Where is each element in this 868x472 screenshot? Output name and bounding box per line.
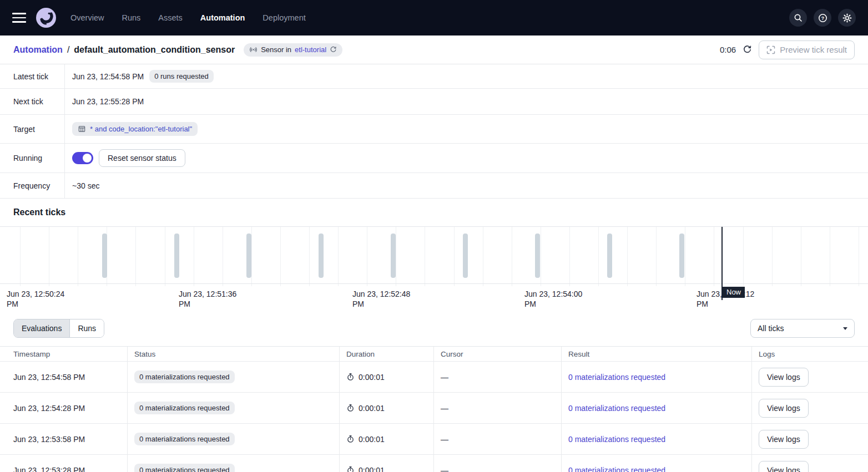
preview-tick-result-label: Preview tick result [780, 45, 847, 54]
timeline-gridline [78, 227, 78, 286]
view-logs-button[interactable]: View logs [759, 430, 809, 449]
table-row: Jun 23, 12:53:58 PM 0 materializations r… [0, 424, 868, 455]
tick-bar[interactable] [246, 234, 251, 278]
timeline-gridline [165, 227, 165, 286]
cell-cursor: — [434, 393, 562, 423]
timeline-gridline [714, 227, 714, 286]
nav-actions: ? [789, 9, 856, 27]
tick-bar[interactable] [174, 234, 179, 278]
search-icon[interactable] [789, 9, 807, 27]
cell-duration: 0:00:01 [359, 404, 385, 413]
toggle-knob [83, 154, 92, 163]
breadcrumb-automation-link[interactable]: Automation [13, 45, 63, 55]
status-badge: 0 materializations requested [134, 433, 235, 445]
cell-timestamp: Jun 23, 12:54:58 PM [0, 362, 128, 392]
refresh-countdown: 0:06 [720, 45, 736, 54]
status-badge: 0 materializations requested [134, 402, 235, 414]
timeline-gridline [367, 227, 367, 286]
sync-icon[interactable] [330, 46, 337, 53]
breadcrumb-separator: / [67, 45, 69, 55]
timeline-gridline [223, 227, 223, 286]
view-logs-button[interactable]: View logs [759, 399, 809, 418]
result-link[interactable]: 0 materializations requested [568, 466, 665, 472]
refresh-icon[interactable] [743, 45, 752, 54]
page-title: default_automation_condition_sensor [74, 45, 235, 55]
code-location-link[interactable]: etl-tutorial [295, 45, 326, 54]
cell-cursor: — [434, 362, 562, 392]
result-link[interactable]: 0 materializations requested [568, 435, 665, 444]
runs-requested-badge: 0 runs requested [149, 70, 214, 83]
nav-item-deployment[interactable]: Deployment [263, 13, 305, 22]
timeline-gridline [135, 227, 136, 286]
next-tick-label: Next tick [0, 89, 65, 114]
cell-duration: 0:00:01 [359, 373, 385, 382]
timeline-gridline [859, 227, 859, 286]
help-icon[interactable]: ? [814, 9, 831, 27]
tab-runs[interactable]: Runs [70, 319, 104, 337]
col-result: Result [562, 347, 752, 361]
stopwatch-icon [346, 466, 355, 472]
tick-bar[interactable] [391, 234, 396, 278]
status-badge: 0 materializations requested [134, 371, 235, 383]
nav-item-automation[interactable]: Automation [200, 13, 245, 22]
view-logs-button[interactable]: View logs [759, 461, 809, 472]
sensor-icon [249, 45, 258, 54]
timeline-baseline [0, 283, 868, 284]
tabs-row: Evaluations Runs All ticks [0, 311, 868, 346]
reset-sensor-status-button[interactable]: Reset sensor status [99, 149, 185, 167]
settings-gear-icon[interactable] [838, 9, 856, 27]
tick-bar[interactable] [319, 234, 324, 278]
latest-tick-value: Jun 23, 12:54:58 PM [72, 72, 144, 81]
running-label: Running [0, 144, 65, 172]
cell-cursor: — [434, 424, 562, 454]
timeline-gridline [801, 227, 801, 286]
timeline-gridline [454, 227, 455, 286]
tick-bar[interactable] [607, 234, 612, 278]
result-link[interactable]: 0 materializations requested [568, 373, 665, 382]
cell-duration: 0:00:01 [359, 435, 385, 444]
latest-tick-row: Latest tick Jun 23, 12:54:58 PM 0 runs r… [0, 64, 868, 89]
frequency-value: ~30 sec [72, 181, 99, 190]
timeline-gridline [656, 227, 657, 286]
preview-play-icon [766, 45, 775, 54]
tick-bar[interactable] [463, 234, 468, 278]
col-duration: Duration [340, 347, 434, 361]
table-row: Jun 23, 12:54:28 PM 0 materializations r… [0, 393, 868, 424]
target-selection-chip[interactable]: * and code_location:"etl-tutorial" [72, 122, 198, 136]
timeline-gridline [627, 227, 628, 286]
running-toggle[interactable] [72, 152, 93, 164]
view-segmented-control: Evaluations Runs [13, 319, 104, 338]
tab-evaluations[interactable]: Evaluations [14, 319, 70, 337]
target-label: Target [0, 115, 65, 143]
now-marker-badge: Now [723, 287, 745, 298]
nav-item-overview[interactable]: Overview [70, 13, 104, 22]
menu-icon[interactable] [12, 13, 26, 23]
tick-filter-dropdown[interactable]: All ticks [750, 319, 855, 338]
tick-bar[interactable] [535, 234, 540, 278]
cell-timestamp: Jun 23, 12:54:28 PM [0, 393, 128, 423]
preview-tick-result-button[interactable]: Preview tick result [759, 40, 855, 59]
result-link[interactable]: 0 materializations requested [568, 404, 665, 413]
nav-item-assets[interactable]: Assets [158, 13, 183, 22]
stopwatch-icon [346, 435, 355, 443]
dagster-logo-icon[interactable] [36, 8, 56, 28]
view-logs-button[interactable]: View logs [759, 368, 809, 387]
timeline-axis-label: Jun 23, 12:54:00PM [524, 289, 582, 309]
tick-bar[interactable] [679, 234, 684, 278]
svg-text:?: ? [821, 15, 824, 21]
nav-item-runs[interactable]: Runs [122, 13, 140, 22]
stopwatch-icon [346, 373, 355, 381]
timeline-gridline [830, 227, 830, 286]
header-actions: 0:06 Preview tick result [720, 40, 855, 59]
timeline-axis-label: Jun 23, 12:50:24PM [7, 289, 64, 309]
frequency-row: Frequency ~30 sec [0, 173, 868, 199]
stopwatch-icon [346, 404, 355, 412]
col-cursor: Cursor [434, 347, 562, 361]
top-nav: Overview Runs Assets Automation Deployme… [0, 0, 868, 35]
recent-ticks-heading: Recent ticks [0, 199, 868, 226]
table-row: Jun 23, 12:53:28 PM 0 materializations r… [0, 455, 868, 472]
tick-filter-value: All ticks [758, 324, 784, 333]
tick-bar[interactable] [102, 234, 107, 278]
cell-timestamp: Jun 23, 12:53:58 PM [0, 424, 128, 454]
cell-cursor: — [434, 455, 562, 472]
